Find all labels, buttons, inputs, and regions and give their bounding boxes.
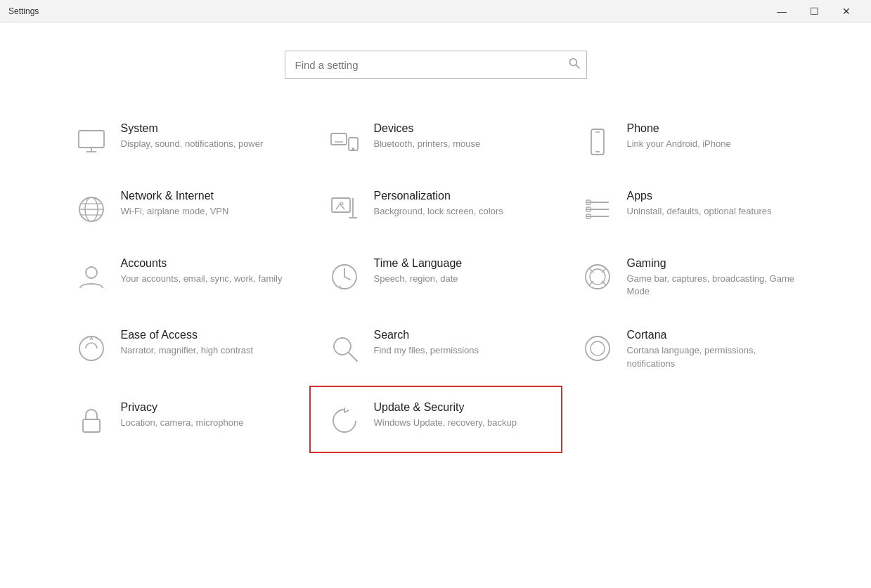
apps-icon	[581, 192, 614, 226]
network-icon	[75, 192, 108, 226]
setting-title-network: Network & Internet	[121, 190, 229, 202]
ease-icon	[75, 332, 108, 365]
setting-title-system: System	[121, 122, 264, 135]
window-title: Settings	[8, 6, 39, 16]
svg-line-40	[91, 337, 93, 340]
setting-desc-accounts: Your accounts, email, sync, work, family	[121, 273, 283, 285]
setting-text-time: Time & Language Speech, region, date	[374, 257, 463, 285]
setting-item-personalization[interactable]: Personalization Background, lock screen,…	[309, 174, 562, 242]
search-input[interactable]	[285, 51, 587, 79]
setting-title-phone: Phone	[627, 122, 731, 135]
setting-item-accounts[interactable]: Accounts Your accounts, email, sync, wor…	[56, 242, 309, 313]
setting-text-accounts: Accounts Your accounts, email, sync, wor…	[121, 257, 283, 285]
svg-line-42	[349, 353, 357, 361]
title-bar: Settings — ☐ ✕	[0, 0, 871, 22]
setting-text-phone: Phone Link your Android, iPhone	[627, 122, 731, 150]
setting-title-personalization: Personalization	[374, 190, 503, 202]
setting-title-gaming: Gaming	[627, 257, 797, 270]
setting-desc-cortana: Cortana language, permissions, notificat…	[627, 344, 797, 370]
setting-text-privacy: Privacy Location, camera, microphone	[121, 401, 244, 429]
svg-rect-2	[79, 131, 104, 148]
svg-rect-45	[83, 419, 100, 432]
setting-title-search: Search	[374, 329, 479, 341]
setting-desc-phone: Link your Android, iPhone	[627, 138, 731, 150]
setting-desc-personalization: Background, lock screen, colors	[374, 205, 503, 218]
main-content: System Display, sound, notifications, po…	[0, 22, 871, 467]
monitor-icon	[75, 125, 108, 159]
setting-item-ease[interactable]: Ease of Access Narrator, magnifier, high…	[56, 313, 309, 385]
cortana-icon	[581, 332, 614, 365]
svg-text:A: A	[339, 285, 342, 289]
setting-desc-gaming: Game bar, captures, broadcasting, Game M…	[627, 273, 797, 298]
search-icon	[328, 332, 361, 365]
accounts-icon	[75, 260, 108, 294]
settings-grid: System Display, sound, notifications, po…	[56, 107, 815, 453]
setting-item-network[interactable]: Network & Internet Wi-Fi, airplane mode,…	[56, 174, 309, 242]
setting-item-system[interactable]: System Display, sound, notifications, po…	[56, 107, 309, 174]
svg-point-44	[591, 341, 605, 355]
setting-desc-system: Display, sound, notifications, power	[121, 138, 264, 150]
setting-desc-ease: Narrator, magnifier, high contrast	[121, 344, 254, 357]
devices-icon	[328, 125, 361, 159]
setting-title-devices: Devices	[374, 122, 481, 135]
setting-desc-update: Windows Update, recovery, backup	[374, 417, 517, 429]
setting-title-update: Update & Security	[374, 401, 517, 414]
setting-text-system: System Display, sound, notifications, po…	[121, 122, 264, 150]
setting-desc-privacy: Location, camera, microphone	[121, 417, 244, 429]
window-controls: — ☐ ✕	[766, 0, 863, 22]
setting-title-ease: Ease of Access	[121, 329, 254, 341]
svg-point-7	[352, 148, 354, 150]
close-button[interactable]: ✕	[830, 0, 863, 22]
setting-desc-devices: Bluetooth, printers, mouse	[374, 138, 481, 150]
setting-desc-search: Find my files, permissions	[374, 344, 479, 357]
setting-item-time[interactable]: A Time & Language Speech, region, date	[309, 242, 562, 313]
maximize-button[interactable]: ☐	[798, 0, 830, 22]
setting-desc-network: Wi-Fi, airplane mode, VPN	[121, 205, 229, 218]
minimize-button[interactable]: —	[766, 0, 798, 22]
setting-item-apps[interactable]: Apps Uninstall, defaults, optional featu…	[562, 174, 815, 242]
setting-title-privacy: Privacy	[121, 401, 244, 414]
setting-text-ease: Ease of Access Narrator, magnifier, high…	[121, 329, 254, 357]
setting-item-phone[interactable]: Phone Link your Android, iPhone	[562, 107, 815, 174]
setting-item-update[interactable]: Update & Security Windows Update, recove…	[309, 386, 562, 453]
gaming-icon	[581, 260, 614, 294]
svg-rect-5	[331, 133, 347, 145]
setting-desc-apps: Uninstall, defaults, optional features	[627, 205, 772, 218]
personalization-icon	[328, 192, 361, 226]
setting-item-privacy[interactable]: Privacy Location, camera, microphone	[56, 386, 309, 453]
setting-title-time: Time & Language	[374, 257, 463, 270]
setting-title-apps: Apps	[627, 190, 772, 202]
setting-item-cortana[interactable]: Cortana Cortana language, permissions, n…	[562, 313, 815, 385]
svg-point-27	[86, 267, 97, 278]
setting-item-search[interactable]: Search Find my files, permissions	[309, 313, 562, 385]
setting-text-update: Update & Security Windows Update, recove…	[374, 401, 517, 429]
setting-desc-time: Speech, region, date	[374, 273, 463, 285]
time-icon: A	[328, 260, 361, 294]
svg-line-30	[344, 277, 350, 280]
setting-text-gaming: Gaming Game bar, captures, broadcasting,…	[627, 257, 797, 298]
update-icon	[328, 404, 361, 438]
svg-rect-9	[591, 129, 604, 155]
search-container	[285, 51, 587, 79]
setting-text-network: Network & Internet Wi-Fi, airplane mode,…	[121, 190, 229, 218]
privacy-icon	[75, 404, 108, 438]
setting-text-devices: Devices Bluetooth, printers, mouse	[374, 122, 481, 150]
phone-icon	[581, 125, 614, 159]
svg-point-43	[586, 337, 609, 360]
svg-point-38	[79, 337, 103, 360]
setting-title-accounts: Accounts	[121, 257, 283, 270]
setting-item-gaming[interactable]: Gaming Game bar, captures, broadcasting,…	[562, 242, 815, 313]
setting-text-cortana: Cortana Cortana language, permissions, n…	[627, 329, 797, 370]
setting-text-apps: Apps Uninstall, defaults, optional featu…	[627, 190, 772, 218]
setting-text-search: Search Find my files, permissions	[374, 329, 479, 357]
setting-title-cortana: Cortana	[627, 329, 797, 341]
setting-text-personalization: Personalization Background, lock screen,…	[374, 190, 503, 218]
setting-item-devices[interactable]: Devices Bluetooth, printers, mouse	[309, 107, 562, 174]
